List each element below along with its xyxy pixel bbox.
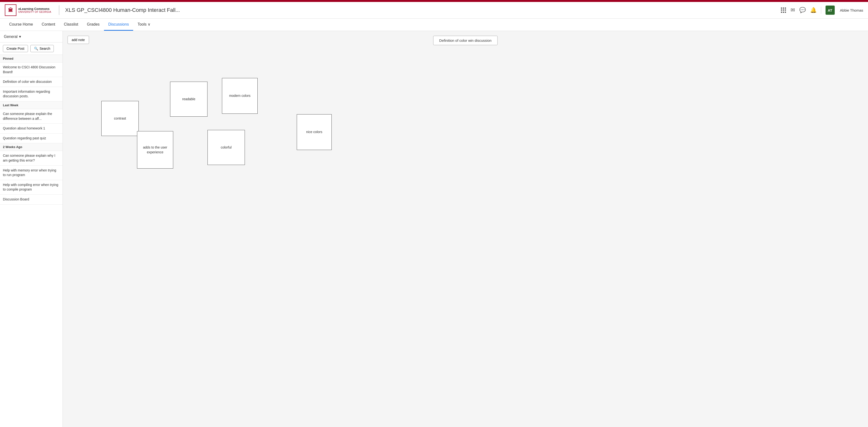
note-colorful[interactable]: colorful — [208, 130, 245, 165]
note-adds-to-ux[interactable]: adds to the user experience — [137, 131, 173, 169]
list-item[interactable]: Help with memory error when trying to ru… — [0, 166, 62, 180]
note-modern-colors[interactable]: modern colors — [222, 78, 258, 114]
list-item[interactable]: Definition of color win discussion — [0, 77, 62, 87]
divider — [821, 6, 821, 14]
mail-icon[interactable]: ✉ — [790, 7, 795, 13]
list-item[interactable]: Help with compiling error when trying to… — [0, 180, 62, 195]
user-name: Abbie Thomas — [840, 8, 863, 12]
note-nice-colors[interactable]: nice colors — [297, 114, 332, 150]
nav-bar: Course Home Content Classlist Grades Dis… — [0, 19, 868, 31]
nav-tools[interactable]: Tools ∨ — [133, 19, 155, 31]
section-2-weeks-ago: 2 Weeks Ago — [0, 143, 62, 151]
main-layout: General ▾ Create Post 🔍 Search Pinned We… — [0, 31, 868, 427]
nav-content[interactable]: Content — [37, 19, 60, 31]
add-note-button[interactable]: add note — [67, 36, 89, 44]
header-icons: ✉ 💬 🔔 AT Abbie Thomas — [781, 5, 863, 15]
create-post-button[interactable]: Create Post — [3, 45, 28, 52]
apps-icon[interactable] — [781, 7, 786, 13]
list-item[interactable]: Question about homework 1 — [0, 124, 62, 134]
university-label: UNIVERSITY OF GEORGIA — [18, 11, 51, 13]
bell-icon[interactable]: 🔔 — [810, 7, 817, 13]
nav-discussions[interactable]: Discussions — [104, 19, 133, 31]
top-bar — [0, 0, 868, 2]
search-label: Search — [39, 47, 50, 51]
discussion-title-box: Definition of color win discussion — [433, 36, 498, 45]
nav-classlist[interactable]: Classlist — [60, 19, 83, 31]
list-item[interactable]: Discussion Board — [0, 195, 62, 205]
sidebar-group-label: General — [4, 34, 18, 39]
logo-icon: 🏛 — [5, 4, 17, 16]
list-item[interactable]: Can someone please explain why I am gett… — [0, 151, 62, 166]
nav-grades[interactable]: Grades — [83, 19, 104, 31]
note-contrast[interactable]: contrast — [101, 101, 139, 136]
list-item[interactable]: Important information regarding discussi… — [0, 87, 62, 102]
sidebar-group-header[interactable]: General ▾ — [0, 31, 62, 42]
chat-icon[interactable]: 💬 — [799, 7, 806, 13]
elearning-label: eLearning Commons — [18, 7, 51, 11]
header: 🏛 eLearning Commons UNIVERSITY OF GEORGI… — [0, 2, 868, 19]
avatar[interactable]: AT — [826, 5, 835, 15]
search-icon: 🔍 — [34, 47, 38, 51]
list-item[interactable]: Can someone please explain the differenc… — [0, 109, 62, 124]
canvas-toolbar: add note — [67, 36, 89, 44]
logo-area: 🏛 eLearning Commons UNIVERSITY OF GEORGI… — [5, 4, 53, 16]
nav-course-home[interactable]: Course Home — [5, 19, 37, 31]
chevron-down-icon: ▾ — [19, 34, 21, 39]
sidebar-actions: Create Post 🔍 Search — [0, 42, 62, 55]
section-pinned: Pinned — [0, 55, 62, 62]
course-title: XLS GP_CSCI4800 Human-Comp Interact Fall… — [65, 7, 777, 13]
logo-text: eLearning Commons UNIVERSITY OF GEORGIA — [18, 7, 51, 13]
note-readable[interactable]: readable — [170, 82, 208, 117]
list-item[interactable]: Question regarding past quiz — [0, 134, 62, 143]
list-item[interactable]: Welcome to CSCI 4800 Discussion Board! — [0, 62, 62, 77]
canvas-area: add note Definition of color win discuss… — [63, 31, 868, 427]
header-divider — [59, 5, 59, 15]
search-button[interactable]: 🔍 Search — [30, 45, 54, 52]
section-last-week: Last Week — [0, 102, 62, 109]
sidebar: General ▾ Create Post 🔍 Search Pinned We… — [0, 31, 63, 427]
